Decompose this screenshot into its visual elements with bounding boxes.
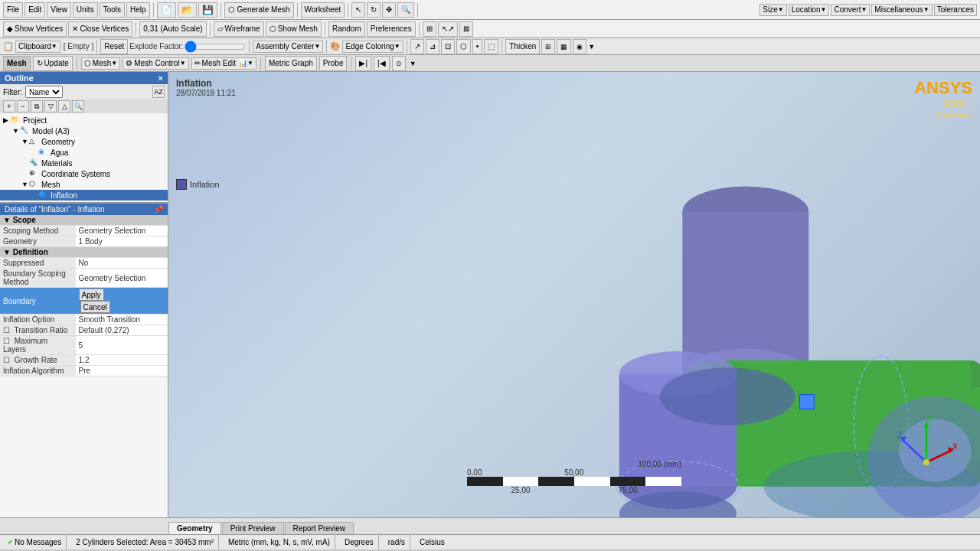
result-btn1[interactable]: ▶| [355, 56, 371, 71]
cancel-btn[interactable]: Cancel [80, 301, 110, 313]
inflation-option-value[interactable]: Smooth Transition [76, 315, 168, 325]
tab-report-preview[interactable]: Report Preview [285, 522, 354, 534]
miscellaneous-dropdown[interactable]: Miscellaneous [871, 4, 932, 16]
probe-btn[interactable]: Probe [319, 56, 348, 71]
menu-help[interactable]: Help [126, 2, 150, 18]
checkbox-icon2[interactable]: ☐ [3, 337, 10, 345]
boundary-scoping-row: Boundary Scoping Method Geometry Selecti… [0, 269, 168, 288]
size-dropdown[interactable]: Size [760, 4, 786, 16]
apply-btn[interactable]: Apply [79, 289, 104, 301]
new-btn[interactable]: 📄 [157, 2, 176, 18]
sel5-btn[interactable]: • [472, 39, 483, 54]
zoom-btn[interactable]: 🔍 [397, 2, 414, 18]
update-btn[interactable]: ↻ Update [33, 56, 73, 71]
assembly-center-dropdown[interactable]: Assembly Center [253, 41, 323, 53]
status-celsius: Celsius [420, 538, 445, 546]
outline-header: Outline × [0, 72, 168, 84]
show-vertices-btn[interactable]: ◆ Show Vertices [3, 21, 67, 37]
details-pin-icon[interactable]: 📌 [154, 205, 163, 214]
menu-view[interactable]: View [47, 2, 71, 18]
sel4-btn[interactable]: ⬡ [456, 39, 471, 54]
mesh-tab-btn[interactable]: Mesh [3, 56, 31, 71]
boundary-scoping-value[interactable]: Geometry Selection [76, 269, 168, 288]
viewport[interactable]: Inflation 28/07/2018 11:21 ANSYS R19.1 A… [168, 72, 980, 517]
max-layers-value[interactable]: 5 [76, 336, 168, 355]
zoom-value-btn[interactable]: 0,31 (Auto Scale) [139, 21, 206, 37]
result-btn2[interactable]: |◀ [374, 56, 390, 71]
growth-rate-value[interactable]: 1,2 [76, 355, 168, 366]
sep6 [136, 22, 136, 36]
rotate-btn[interactable]: ↻ [367, 2, 381, 18]
thicken-btn[interactable]: Thicken [505, 39, 540, 54]
tree-mesh[interactable]: ▼ ⬡ Mesh [0, 179, 168, 190]
close-vertices-btn[interactable]: ✕ Close Vertices [68, 21, 132, 37]
inflation-icon: 🔷 [38, 191, 49, 200]
sel1-btn[interactable]: ↗ [410, 39, 424, 54]
outline-collapse-btn[interactable]: △ [58, 100, 70, 112]
sel3-btn[interactable]: ⊡ [441, 39, 455, 54]
tree-model[interactable]: ▼ 🔧 Model (A3) [0, 126, 168, 136]
outline-new-btn[interactable]: + [3, 100, 15, 112]
edge-coloring-dropdown[interactable]: Edge Coloring [342, 41, 403, 53]
save-btn[interactable]: 💾 [198, 2, 217, 18]
clipboard-dropdown[interactable]: Clipboard [15, 41, 60, 53]
wireframe-btn[interactable]: ▱ Wireframe [214, 21, 264, 37]
reset-btn[interactable]: Reset [100, 39, 128, 54]
mesh-edit-dropdown[interactable]: ✏ Mesh Edit 📊 [191, 57, 256, 70]
fit-btn[interactable]: ⊞ [423, 21, 436, 37]
worksheet-btn[interactable]: Worksheet [301, 2, 345, 18]
suppressed-value[interactable]: No [76, 258, 168, 269]
menu-edit[interactable]: Edit [24, 2, 45, 18]
tree-geometry[interactable]: ▼ △ Geometry [0, 136, 168, 147]
select-btn[interactable]: ↖ [351, 2, 365, 18]
random-btn[interactable]: Random [328, 21, 365, 37]
checkbox-icon3[interactable]: ☐ [3, 356, 10, 364]
tab-geometry[interactable]: Geometry [168, 522, 221, 534]
outline-expand-btn[interactable]: ▽ [44, 100, 57, 112]
outline-duplicate-btn[interactable]: ⧉ [31, 100, 43, 112]
extra1-btn[interactable]: ⊞ [541, 39, 555, 54]
nav1-btn[interactable]: ↖↗ [438, 21, 458, 37]
sel2-btn[interactable]: ⊿ [426, 39, 439, 54]
extra2-btn[interactable]: ▦ [557, 39, 571, 54]
menu-file[interactable]: File [3, 2, 23, 18]
outline-sort-btn[interactable]: AZ [152, 86, 165, 98]
scoping-method-value[interactable]: Geometry Selection [76, 226, 168, 236]
tree-project[interactable]: ▶ 📁 Project [0, 115, 168, 126]
metric-graph-btn[interactable]: Metric Graph [265, 56, 317, 71]
tree-agua[interactable]: ◉ Agua [0, 147, 168, 158]
menu-units[interactable]: Units [73, 2, 98, 18]
nav2-btn[interactable]: ⊠ [459, 21, 473, 37]
location-dropdown[interactable]: Location [789, 4, 830, 16]
tree-inflation[interactable]: 🔷 Inflation [0, 190, 168, 201]
checkbox-icon[interactable]: ☐ [3, 326, 10, 334]
show-mesh-btn[interactable]: ⬡ Show Mesh [266, 21, 322, 37]
menu-bar: File Edit View Units Tools Help 📄 📂 💾 ⬡ … [0, 0, 980, 20]
scope-arrow: ▼ [3, 216, 13, 224]
filter-dropdown[interactable]: Name [25, 86, 63, 98]
definition-section: ▼ Definition [0, 247, 168, 258]
inflation-algorithm-value[interactable]: Pre [76, 366, 168, 377]
outline-collapse-icon[interactable]: × [158, 73, 163, 83]
open-btn[interactable]: 📂 [178, 2, 197, 18]
extra3-btn[interactable]: ◉ [573, 39, 586, 54]
sel6-btn[interactable]: ⬚ [484, 39, 498, 54]
menu-tools[interactable]: Tools [100, 2, 125, 18]
outline-search-btn[interactable]: 🔍 [72, 100, 84, 112]
mesh-icon: ⬡ [228, 5, 235, 14]
convert-dropdown[interactable]: Convert [831, 4, 870, 16]
tolerances-btn[interactable]: Tolerances [934, 4, 977, 16]
tree-coord-systems[interactable]: ⊕ Coordinate Systems [0, 168, 168, 179]
explode-factor-slider[interactable] [185, 43, 246, 51]
mesh-menu-dropdown[interactable]: ⬡ Mesh [81, 57, 120, 70]
transition-ratio-value[interactable]: Default (0,272) [76, 325, 168, 336]
tree-materials[interactable]: 🔩 Materials [0, 158, 168, 168]
pan-btn[interactable]: ✥ [382, 2, 396, 18]
geometry-detail-value[interactable]: 1 Body [76, 236, 168, 247]
result-btn3[interactable]: ⊙ [392, 56, 406, 71]
mesh-control-dropdown[interactable]: ⚙ Mesh Control [122, 57, 188, 70]
preferences-btn[interactable]: Preferences [367, 21, 416, 37]
generate-mesh-btn[interactable]: ⬡ Generate Mesh [224, 2, 294, 18]
outline-delete-btn[interactable]: − [17, 100, 29, 112]
tab-print-preview[interactable]: Print Preview [222, 522, 284, 534]
